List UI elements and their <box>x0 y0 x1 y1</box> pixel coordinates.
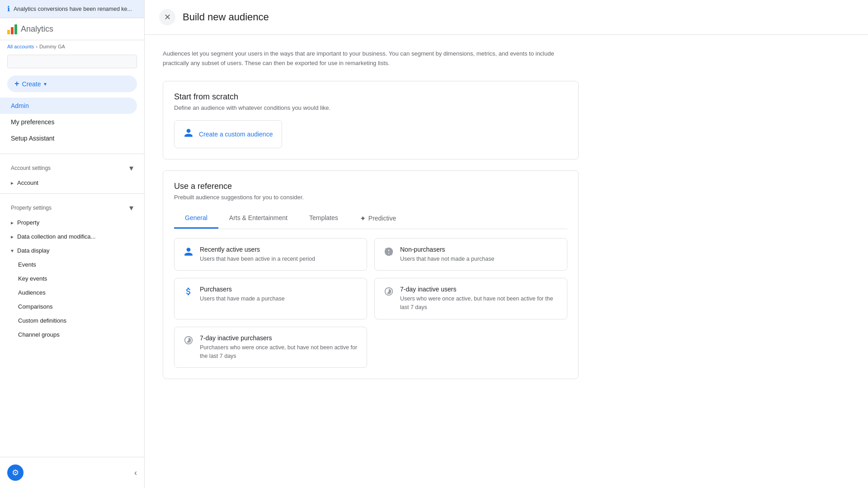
nav-divider-1 <box>0 154 144 154</box>
sidebar-item-data-display[interactable]: ▾ Data display <box>0 244 144 258</box>
property-settings-label: Property settings <box>11 205 52 211</box>
account-label: Account <box>17 179 38 186</box>
create-button[interactable]: + Create ▾ <box>7 75 137 92</box>
sidebar-item-key-events[interactable]: Key events <box>0 272 144 286</box>
data-display-label: Data display <box>17 247 50 254</box>
main-content: ✕ Build new audience Audiences let you s… <box>145 0 868 488</box>
7day-inactive-title: 7-day inactive users <box>400 286 558 293</box>
events-label: Events <box>18 261 36 268</box>
7day-inactive-purchasers-body: 7-day inactive purchasers Purchasers who… <box>200 334 358 361</box>
reference-subtitle: Prebuilt audience suggestions for you to… <box>174 194 567 201</box>
sidebar-item-comparisons[interactable]: Comparisons <box>0 300 144 314</box>
tab-arts[interactable]: Arts & Entertainment <box>218 210 298 229</box>
audience-card-7day-inactive[interactable]: 7-day inactive users Users who were once… <box>374 278 567 319</box>
logo-bar-red <box>11 27 14 34</box>
sidebar-item-events[interactable]: Events <box>0 258 144 272</box>
sidebar-item-setup-assistant[interactable]: Setup Assistant <box>0 130 144 146</box>
purchasers-icon <box>184 286 193 299</box>
breadcrumb: All accounts › Dummy GA <box>0 40 144 53</box>
chevron-down-icon: ▾ <box>44 81 47 87</box>
breadcrumb-all-accounts[interactable]: All accounts <box>7 44 34 49</box>
7day-inactive-purchasers-desc: Purchasers who were once active, but hav… <box>200 343 358 361</box>
sidebar-item-custom-definitions[interactable]: Custom definitions <box>0 314 144 328</box>
7day-inactive-purchasers-icon <box>184 335 193 348</box>
tab-arts-label: Arts & Entertainment <box>229 214 288 221</box>
person-icon <box>184 128 193 141</box>
purchasers-desc: Users that have made a purchase <box>200 295 358 303</box>
non-purchasers-desc: Users that have not made a purchase <box>400 255 558 263</box>
property-label: Property <box>17 219 39 226</box>
7day-inactive-purchasers-title: 7-day inactive purchasers <box>200 334 358 342</box>
tab-general[interactable]: General <box>174 210 218 229</box>
sidebar-item-property[interactable]: ▸ Property <box>0 216 144 230</box>
panel-title: Build new audience <box>183 11 269 23</box>
account-search-box[interactable] <box>7 55 137 68</box>
create-button-label: Create <box>22 80 41 88</box>
sidebar-item-admin[interactable]: Admin <box>0 98 137 114</box>
collapse-sidebar-button[interactable]: ‹ <box>134 468 137 478</box>
purchasers-body: Purchasers Users that have made a purcha… <box>200 286 358 303</box>
tab-predictive[interactable]: ✦ Predictive <box>349 210 407 229</box>
scratch-subtitle: Define an audience with whatever conditi… <box>174 104 567 111</box>
create-custom-audience-button[interactable]: Create a custom audience <box>174 120 282 148</box>
sidebar-item-my-preferences-label: My preferences <box>11 118 54 126</box>
plus-icon: + <box>14 79 19 89</box>
app-title: Analytics <box>21 24 53 34</box>
logo-bar-green <box>14 24 17 34</box>
tab-general-label: General <box>185 214 208 221</box>
key-events-label: Key events <box>18 275 47 282</box>
panel-body: Audiences let you segment your users in … <box>145 35 597 404</box>
account-settings-section: Account settings ▾ <box>0 158 144 176</box>
tab-templates[interactable]: Templates <box>298 210 349 229</box>
7day-inactive-desc: Users who were once active, but have not… <box>400 295 558 312</box>
audience-cards-grid: Recently active users Users that have be… <box>174 238 567 319</box>
create-custom-audience-label: Create a custom audience <box>199 131 273 138</box>
logo-bars <box>7 23 17 34</box>
close-button[interactable]: ✕ <box>159 9 175 25</box>
audience-card-non-purchasers[interactable]: Non-purchasers Users that have not made … <box>374 238 567 271</box>
sidebar-item-data-collection[interactable]: ▸ Data collection and modifica... <box>0 230 144 244</box>
sidebar-item-audiences[interactable]: Audiences <box>0 286 144 300</box>
non-purchasers-icon <box>384 247 394 259</box>
scratch-title: Start from scratch <box>174 92 567 102</box>
chevron-right-icon-property: ▸ <box>11 220 14 226</box>
tab-predictive-label: Predictive <box>368 215 396 222</box>
sidebar-item-setup-assistant-label: Setup Assistant <box>11 135 55 142</box>
recently-active-desc: Users that have been active in a recent … <box>200 255 358 263</box>
account-settings-label: Account settings <box>11 165 51 171</box>
7day-inactive-body: 7-day inactive users Users who were once… <box>400 286 558 312</box>
sidebar-item-account[interactable]: ▸ Account <box>0 176 144 190</box>
audience-card-7day-inactive-purchasers[interactable]: 7-day inactive purchasers Purchasers who… <box>174 327 367 368</box>
settings-button[interactable]: ⚙ <box>7 465 24 481</box>
comparisons-label: Comparisons <box>18 303 53 310</box>
sidebar: ℹ Analytics conversions have been rename… <box>0 0 145 488</box>
property-settings-section: Property settings ▾ <box>0 197 144 216</box>
notification-text: Analytics conversions have been renamed … <box>14 6 132 12</box>
tab-templates-label: Templates <box>309 214 338 221</box>
reference-title: Use a reference <box>174 182 567 191</box>
purchasers-title: Purchasers <box>200 286 358 293</box>
audience-card-recently-active[interactable]: Recently active users Users that have be… <box>174 238 367 271</box>
sidebar-item-my-preferences[interactable]: My preferences <box>0 114 144 130</box>
recently-active-body: Recently active users Users that have be… <box>200 246 358 263</box>
analytics-logo: Analytics <box>7 23 53 34</box>
start-from-scratch-section: Start from scratch Define an audience wi… <box>163 81 579 160</box>
chevron-right-icon: ▸ <box>11 180 14 186</box>
7day-inactive-icon <box>384 286 394 299</box>
data-collection-label: Data collection and modifica... <box>17 233 95 240</box>
non-purchasers-body: Non-purchasers Users that have not made … <box>400 246 558 263</box>
panel-header: ✕ Build new audience <box>145 0 868 35</box>
audience-card-purchasers[interactable]: Purchasers Users that have made a purcha… <box>174 278 367 319</box>
reference-tabs: General Arts & Entertainment Templates ✦… <box>174 210 567 229</box>
breadcrumb-separator: › <box>36 44 38 49</box>
intro-text: Audiences let you segment your users in … <box>163 49 579 68</box>
chevron-right-icon-data-col: ▸ <box>11 234 14 240</box>
sidebar-item-channel-groups[interactable]: Channel groups <box>0 328 144 342</box>
collapse-icon: ‹ <box>134 468 137 477</box>
settings-icon: ⚙ <box>12 468 19 478</box>
chevron-down-icon-data-display: ▾ <box>11 248 14 254</box>
wand-icon: ✦ <box>360 214 366 223</box>
recently-active-title: Recently active users <box>200 246 358 253</box>
non-purchasers-title: Non-purchasers <box>400 246 558 253</box>
use-reference-section: Use a reference Prebuilt audience sugges… <box>163 170 579 380</box>
